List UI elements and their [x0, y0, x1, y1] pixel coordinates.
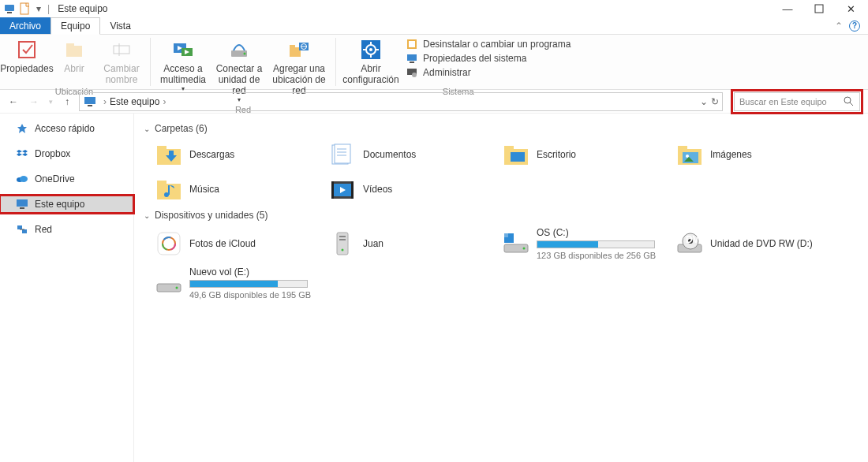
device-juan[interactable]: Juan: [325, 225, 491, 262]
folder-documentos[interactable]: Documentos: [325, 139, 491, 170]
pictures-folder-icon: [675, 140, 704, 169]
pc-icon: [83, 95, 97, 109]
map-drive-icon: [227, 38, 251, 61]
ribbon-expand-icon[interactable]: ⌃: [835, 20, 843, 32]
svg-rect-50: [157, 146, 166, 151]
svg-rect-5: [66, 46, 82, 57]
nav-recent-dropdown[interactable]: ▾: [46, 93, 55, 110]
svg-rect-59: [511, 152, 525, 162]
abrir-button: Abrir: [51, 36, 98, 76]
breadcrumb-este-equipo[interactable]: Este equipo: [110, 96, 159, 107]
sidebar-item-quick-access[interactable]: Acceso rápido: [0, 120, 133, 137]
uninstall-icon: [406, 38, 418, 50]
svg-point-22: [369, 48, 372, 51]
administrar-button[interactable]: Administrar: [406, 66, 571, 79]
svg-marker-37: [17, 124, 27, 133]
propiedades-button[interactable]: Propiedades: [3, 36, 51, 76]
cambiar-nombre-button: Cambiar nombre: [98, 36, 145, 87]
agregar-ubicacion-button[interactable]: Agregar una ubicación de red: [268, 36, 331, 98]
svg-rect-29: [407, 54, 417, 61]
svg-point-92: [176, 287, 178, 289]
device-nuevovol[interactable]: Nuevo vol (E:) 49,6 GB disponibles de 19…: [152, 265, 317, 301]
window-title: Este equipo: [58, 3, 107, 14]
svg-rect-1: [7, 12, 12, 13]
qat-separator: |: [47, 3, 50, 14]
svg-rect-47: [22, 229, 27, 233]
device-tower-icon: [328, 229, 357, 258]
sidebar-item-este-equipo[interactable]: Este equipo: [0, 196, 133, 213]
folder-musica[interactable]: Música: [152, 173, 317, 205]
tab-vista[interactable]: Vista: [100, 17, 140, 34]
nav-up-button[interactable]: ↑: [58, 93, 76, 110]
svg-rect-3: [815, 5, 823, 13]
section-devices[interactable]: ⌄ Dispositivos y unidades (5): [144, 210, 859, 221]
chevron-right-icon[interactable]: ›: [103, 96, 107, 107]
close-button[interactable]: ✕: [835, 0, 866, 17]
desktop-folder-icon: [502, 140, 530, 169]
dropbox-icon: [16, 147, 28, 160]
sidebar-item-red[interactable]: Red: [0, 221, 133, 238]
svg-marker-39: [22, 150, 28, 153]
add-location-icon: [287, 38, 311, 61]
nav-back-button[interactable]: ←: [5, 93, 22, 110]
prop-sistema-button[interactable]: Propiedades del sistema: [406, 52, 571, 65]
address-bar[interactable]: › Este equipo › ⌄ ↻: [79, 92, 723, 111]
svg-rect-28: [409, 41, 415, 47]
search-input[interactable]: Buscar en Este equipo: [734, 92, 860, 111]
media-icon: [171, 38, 195, 61]
navigation-sidebar: Acceso rápido Dropbox OneDrive Este equi…: [0, 114, 134, 462]
svg-rect-80: [339, 236, 346, 237]
address-bar-row: ← → ▾ ↑ › Este equipo › ⌄ ↻ Buscar en Es…: [0, 90, 868, 114]
ribbon: Propiedades Abrir Cambiar nombre Ubicaci…: [0, 35, 868, 90]
device-dvd[interactable]: DVD Unidad de DVD RW (D:): [672, 225, 838, 262]
device-osc[interactable]: OS (C:) 123 GB disponibles de 256 GB: [499, 225, 664, 262]
folder-escritorio[interactable]: Escritorio: [499, 139, 664, 170]
svg-rect-58: [504, 146, 514, 151]
dvd-drive-icon: DVD: [675, 229, 704, 258]
svg-rect-72: [351, 181, 354, 199]
e-drive-icon: [155, 269, 183, 297]
address-dropdown-icon[interactable]: ⌄: [700, 96, 708, 107]
maximize-button[interactable]: [803, 0, 835, 17]
sidebar-item-onedrive[interactable]: OneDrive: [0, 170, 133, 188]
music-folder-icon: [155, 175, 183, 203]
svg-rect-0: [5, 5, 14, 11]
help-icon[interactable]: ?: [849, 20, 860, 32]
svg-point-43: [20, 176, 28, 182]
folder-videos[interactable]: Vídeos: [325, 173, 491, 205]
qat-dropdown-icon[interactable]: ▾: [35, 2, 43, 15]
chevron-right-icon[interactable]: ›: [163, 96, 166, 107]
rename-icon: [110, 38, 133, 61]
folder-imagenes[interactable]: Imágenes: [672, 139, 838, 170]
svg-point-84: [523, 248, 526, 250]
documents-folder-icon: [328, 140, 357, 169]
svg-rect-68: [168, 185, 170, 195]
svg-rect-34: [88, 105, 92, 106]
onedrive-icon: [16, 173, 28, 185]
svg-marker-41: [22, 153, 28, 156]
svg-rect-61: [678, 146, 687, 151]
svg-rect-4: [19, 42, 35, 58]
section-folders[interactable]: ⌄ Carpetas (6): [144, 123, 859, 134]
svg-rect-6: [66, 43, 74, 47]
desinstalar-button[interactable]: Desinstalar o cambiar un programa: [406, 38, 571, 50]
sidebar-item-dropbox[interactable]: Dropbox: [0, 145, 133, 162]
svg-rect-7: [114, 46, 129, 54]
abrir-config-button[interactable]: Abrir configuración: [341, 36, 401, 87]
manage-icon: [406, 66, 418, 79]
acceso-multimedia-button[interactable]: Acceso a multimedia▾: [155, 36, 211, 94]
svg-marker-38: [17, 150, 22, 153]
device-fotos-icloud[interactable]: Fotos de iCloud: [152, 225, 317, 262]
network-icon: [16, 223, 28, 236]
qat-document-icon[interactable]: [19, 2, 32, 15]
minimize-button[interactable]: —: [772, 0, 803, 17]
tab-equipo[interactable]: Equipo: [51, 17, 100, 35]
folder-descargas[interactable]: Descargas: [152, 139, 317, 170]
capacity-bar-c: [537, 240, 655, 248]
svg-rect-46: [17, 225, 22, 229]
chevron-down-icon: ⌄: [144, 211, 150, 220]
svg-point-32: [412, 73, 417, 77]
tab-archivo[interactable]: Archivo: [0, 17, 51, 34]
refresh-button[interactable]: ↻: [711, 96, 719, 107]
chevron-down-icon: ⌄: [144, 125, 150, 133]
